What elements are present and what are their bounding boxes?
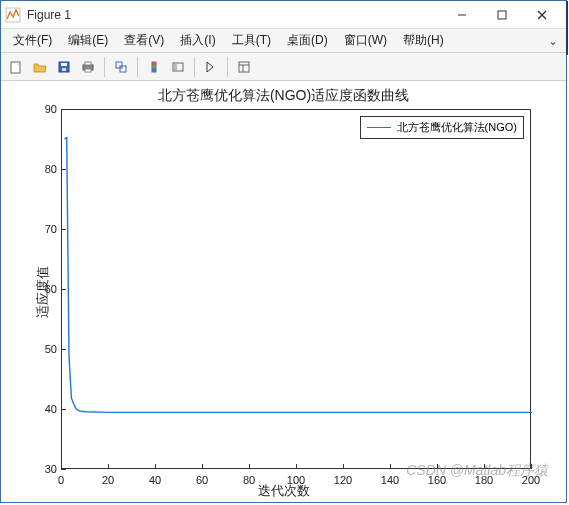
x-tick-label: 100 bbox=[287, 474, 305, 486]
y-tick-label: 50 bbox=[39, 343, 57, 355]
svg-rect-12 bbox=[116, 62, 122, 68]
svg-rect-2 bbox=[498, 11, 506, 19]
insert-legend-button[interactable] bbox=[167, 56, 189, 78]
menu-insert[interactable]: 插入(I) bbox=[174, 30, 221, 51]
decorative-edge bbox=[566, 1, 568, 55]
y-tick-mark bbox=[61, 349, 66, 350]
y-tick-mark bbox=[61, 169, 66, 170]
insert-colorbar-button[interactable] bbox=[143, 56, 165, 78]
y-tick-mark bbox=[61, 469, 66, 470]
x-tick-label: 80 bbox=[243, 474, 255, 486]
axes-canvas[interactable]: 北方苍鹰优化算法(NGO)适应度函数曲线 适应度值 迭代次数 北方苍鹰优化算法(… bbox=[1, 81, 566, 502]
window-title: Figure 1 bbox=[27, 8, 442, 22]
y-tick-mark bbox=[61, 409, 66, 410]
menu-tools[interactable]: 工具(T) bbox=[226, 30, 277, 51]
axes-box[interactable]: 北方苍鹰优化算法(NGO) bbox=[61, 109, 531, 469]
y-tick-mark bbox=[61, 229, 66, 230]
x-tick-mark bbox=[296, 464, 297, 469]
svg-rect-15 bbox=[152, 62, 156, 65]
x-tick-label: 20 bbox=[102, 474, 114, 486]
svg-rect-8 bbox=[62, 68, 66, 71]
legend[interactable]: 北方苍鹰优化算法(NGO) bbox=[360, 116, 524, 139]
x-tick-label: 60 bbox=[196, 474, 208, 486]
svg-rect-16 bbox=[152, 65, 156, 68]
titlebar: Figure 1 bbox=[1, 1, 566, 29]
x-tick-label: 180 bbox=[475, 474, 493, 486]
x-tick-mark bbox=[249, 464, 250, 469]
legend-label: 北方苍鹰优化算法(NGO) bbox=[397, 120, 517, 135]
y-tick-label: 30 bbox=[39, 463, 57, 475]
toolbar-separator bbox=[137, 57, 138, 77]
menu-edit[interactable]: 编辑(E) bbox=[62, 30, 114, 51]
menu-view[interactable]: 查看(V) bbox=[118, 30, 170, 51]
menu-overflow-icon[interactable]: ⌄ bbox=[548, 34, 560, 48]
svg-rect-10 bbox=[85, 62, 91, 65]
menu-help[interactable]: 帮助(H) bbox=[397, 30, 450, 51]
x-tick-label: 200 bbox=[522, 474, 540, 486]
toolbar-separator bbox=[194, 57, 195, 77]
x-tick-mark bbox=[531, 464, 532, 469]
y-tick-label: 60 bbox=[39, 283, 57, 295]
x-tick-label: 40 bbox=[149, 474, 161, 486]
x-tick-mark bbox=[484, 464, 485, 469]
open-property-inspector-button[interactable] bbox=[233, 56, 255, 78]
x-tick-mark bbox=[343, 464, 344, 469]
maximize-button[interactable] bbox=[482, 1, 522, 29]
y-tick-label: 40 bbox=[39, 403, 57, 415]
legend-swatch bbox=[367, 127, 391, 129]
x-tick-label: 0 bbox=[58, 474, 64, 486]
toolbar bbox=[1, 53, 566, 81]
x-tick-label: 120 bbox=[334, 474, 352, 486]
toolbar-separator bbox=[227, 57, 228, 77]
y-tick-mark bbox=[61, 109, 66, 110]
toolbar-separator bbox=[104, 57, 105, 77]
new-figure-button[interactable] bbox=[5, 56, 27, 78]
x-tick-mark bbox=[61, 464, 62, 469]
menubar: 文件(F) 编辑(E) 查看(V) 插入(I) 工具(T) 桌面(D) 窗口(W… bbox=[1, 29, 566, 53]
menu-desktop[interactable]: 桌面(D) bbox=[281, 30, 334, 51]
edit-plot-button[interactable] bbox=[200, 56, 222, 78]
svg-rect-13 bbox=[120, 66, 126, 72]
link-plot-button[interactable] bbox=[110, 56, 132, 78]
y-tick-label: 80 bbox=[39, 163, 57, 175]
menu-window[interactable]: 窗口(W) bbox=[338, 30, 393, 51]
y-tick-mark bbox=[61, 289, 66, 290]
open-button[interactable] bbox=[29, 56, 51, 78]
x-tick-mark bbox=[108, 464, 109, 469]
x-tick-label: 160 bbox=[428, 474, 446, 486]
x-tick-mark bbox=[155, 464, 156, 469]
x-tick-mark bbox=[390, 464, 391, 469]
print-button[interactable] bbox=[77, 56, 99, 78]
x-tick-label: 140 bbox=[381, 474, 399, 486]
svg-rect-22 bbox=[239, 62, 249, 72]
x-tick-mark bbox=[202, 464, 203, 469]
svg-rect-11 bbox=[85, 69, 91, 72]
figure-window: Figure 1 文件(F) 编辑(E) 查看(V) 插入(I) 工具(T) 桌… bbox=[0, 0, 567, 503]
close-button[interactable] bbox=[522, 1, 562, 29]
matlab-figure-icon bbox=[5, 7, 21, 23]
y-tick-label: 70 bbox=[39, 223, 57, 235]
minimize-button[interactable] bbox=[442, 1, 482, 29]
x-tick-mark bbox=[437, 464, 438, 469]
chart-title: 北方苍鹰优化算法(NGO)适应度函数曲线 bbox=[158, 87, 409, 105]
save-button[interactable] bbox=[53, 56, 75, 78]
line-plot bbox=[62, 110, 530, 468]
svg-rect-17 bbox=[152, 68, 156, 72]
y-tick-label: 90 bbox=[39, 103, 57, 115]
menu-file[interactable]: 文件(F) bbox=[7, 30, 58, 51]
svg-rect-7 bbox=[61, 63, 67, 66]
